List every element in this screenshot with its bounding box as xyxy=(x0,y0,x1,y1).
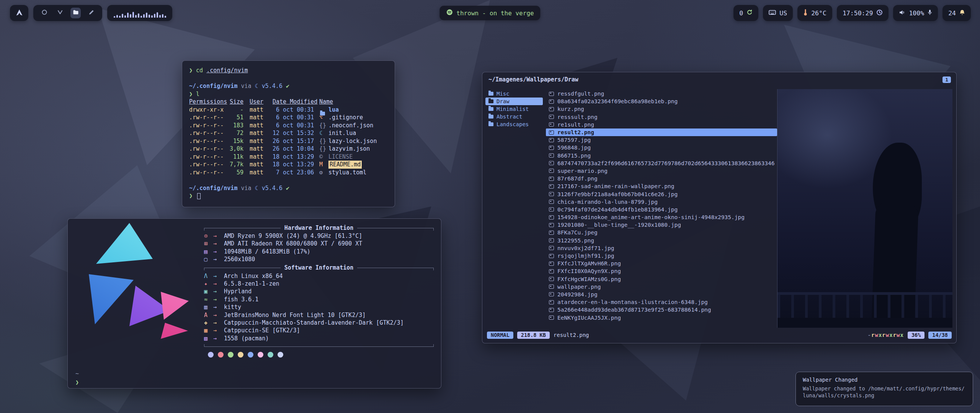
file-list-item[interactable]: 217167-sad-anime-rain-wallpaper.png xyxy=(546,182,777,190)
file-type-icon: {} xyxy=(319,122,328,130)
file-list-item[interactable]: FXfcJlTXgAMvH6R.png xyxy=(546,260,777,267)
yazi-file-manager-window[interactable]: ~/Imagenes/Wallpapers/Draw 1 Misc Draw M… xyxy=(482,72,957,343)
cwd-path: ~/.config/nvim xyxy=(189,83,237,89)
sidebar-folder-item[interactable]: Minimalist xyxy=(485,105,543,113)
file-list-item[interactable]: 19201080-__blue-tinge__-1920x1080.jpg xyxy=(546,221,777,229)
visualizer-bar xyxy=(149,15,150,18)
info-icon: ≈ xyxy=(204,296,213,303)
kitty-terminal-window[interactable]: ❯ cd .config/nvim ~/.config/nvim via ☾ v… xyxy=(182,60,395,207)
file-list-item[interactable]: chica-mirando-la-luna-8799.jpg xyxy=(546,198,777,206)
volume-module[interactable]: 100% xyxy=(893,5,938,21)
notification-popup[interactable]: Wallpaper Changed Wallpaper changed to /… xyxy=(795,372,973,406)
file-name: lazy-lock.json xyxy=(328,137,377,145)
file-list-item[interactable]: 08a634fa02a32364f69ebc86a98eb1eb.png xyxy=(546,98,777,105)
file-list-item[interactable]: ressdfgult.png xyxy=(546,90,777,98)
file-list-item[interactable]: rsjqojlmjhf91.jpg xyxy=(546,252,777,260)
folder-label: Abstract xyxy=(497,114,522,120)
file-name: 8FKa7Cu.jpeg xyxy=(557,229,598,236)
updates-module[interactable]: 0 xyxy=(733,5,758,21)
file-list-item[interactable]: wallpaper.png xyxy=(546,283,777,291)
file-list-item[interactable]: kurz.png xyxy=(546,105,777,113)
file-name: EeNKYgIUcAAJ5JX.png xyxy=(557,315,621,321)
fetch-info-row: A → JetBrainsMono Nerd Font Light 10 [GT… xyxy=(204,311,434,319)
file-name: re1sult.png xyxy=(557,122,594,128)
file-name: nnvuv0xj2df71.jpg xyxy=(557,245,614,251)
info-icon: ⊞ xyxy=(204,240,213,247)
sidebar-folder-item[interactable]: Landscapes xyxy=(485,120,543,128)
file-list-item[interactable]: 3126f7e9bbf21a8a4af0b67b041c6e26.jpg xyxy=(546,190,777,198)
file-list-item[interactable]: re1sult.png xyxy=(546,121,777,128)
weather-module[interactable]: 26°C xyxy=(797,5,832,21)
file-list-item[interactable]: atardecer-en-la-montanas-ilustracion-634… xyxy=(546,298,777,306)
ls-file-row: .rw-r--r-- 59 matt 7 oct 23:06 ⚙ stylua.… xyxy=(189,169,388,177)
file-list-item[interactable]: 3122955.png xyxy=(546,237,777,244)
arrow-icon: → xyxy=(213,327,224,334)
file-list-item[interactable]: nnvuv0xj2df71.jpg xyxy=(546,244,777,252)
file-list-item[interactable]: 154928-odinokoe_anime-art-anime-okno-sin… xyxy=(546,213,777,221)
visualizer-bar xyxy=(143,14,145,18)
ls-file-row: .rw-r--r-- 51 matt 6 oct 00:31 ⌥ .gitign… xyxy=(189,114,388,122)
notification-count: 24 xyxy=(948,10,956,17)
command-arg: .config/nvim xyxy=(206,67,248,74)
workspace-2[interactable] xyxy=(55,8,65,18)
preview-balcony-bars xyxy=(777,295,952,318)
file-list-item[interactable]: 866715.png xyxy=(546,152,777,159)
file-list-item[interactable]: FXfcHgcWIAMzs0G.png xyxy=(546,275,777,283)
refresh-icon xyxy=(746,9,753,17)
file-list-item[interactable]: result2.png xyxy=(546,128,777,136)
image-file-icon xyxy=(549,122,554,127)
file-list-item[interactable]: EeNKYgIUcAAJ5JX.png xyxy=(546,314,777,321)
file-list: ressdfgult.png 08a634fa02a32364f69ebc86a… xyxy=(543,89,777,328)
tab-badge: 1 xyxy=(942,76,951,83)
file-name: 596848.jpg xyxy=(557,145,591,151)
file-name: FXfcHgcWIAMzs0G.png xyxy=(557,276,621,282)
file-list-item[interactable]: FXfcII0X0AQyn9X.png xyxy=(546,267,777,275)
sidebar-folder-item[interactable]: Draw xyxy=(485,98,543,105)
file-name: FXfcJlTXgAMvH6R.png xyxy=(557,260,621,267)
file-list-item[interactable]: 87r687df.png xyxy=(546,175,777,182)
arrow-icon: → xyxy=(213,280,224,288)
sidebar-folder-item[interactable]: Misc xyxy=(485,90,543,98)
keyboard-icon xyxy=(769,10,776,17)
image-file-icon xyxy=(549,262,554,266)
permission-char: r xyxy=(882,332,885,338)
mode-badge: NORMAL xyxy=(487,332,513,339)
file-name: 08a634fa02a32364f69ebc86a98eb1eb.png xyxy=(557,98,678,104)
image-file-icon xyxy=(549,99,554,104)
top-bar-left xyxy=(10,5,172,21)
file-list-item[interactable]: 0c794faf07de24a4db4d4fb1eb813964.jpg xyxy=(546,206,777,213)
clock-module[interactable]: 17:50:29 xyxy=(837,5,889,21)
workspace-3[interactable] xyxy=(70,8,81,18)
file-name: .gitignore xyxy=(328,114,363,122)
file-name: result2.png xyxy=(557,129,594,135)
permission-char: w xyxy=(886,332,889,338)
file-list-item[interactable]: 68747470733a2f2f696d616765732d7769786d70… xyxy=(546,159,777,167)
notifications-module[interactable]: 24 xyxy=(942,5,971,21)
app-launcher-button[interactable] xyxy=(10,5,28,21)
file-list-item[interactable]: resssult.png xyxy=(546,113,777,121)
visualizer-bar xyxy=(130,14,131,18)
fetch-info-row: ⊞ → AMD ATI Radeon RX 6800/6800 XT / 690… xyxy=(204,240,434,247)
selected-file-name: result2.png xyxy=(554,332,589,338)
file-list-item[interactable]: 596848.jpg xyxy=(546,144,777,151)
file-list-item[interactable]: 8FKa7Cu.jpeg xyxy=(546,229,777,236)
file-list-item[interactable]: 5a266e448add93deab367d87173e9f25-6837886… xyxy=(546,306,777,314)
fastfetch-terminal-window[interactable]: Hardware Information ⊙ → AMD Ryzen 9 590… xyxy=(67,218,441,389)
file-name: 20492984.jpg xyxy=(557,291,598,298)
file-list-item[interactable]: super-mario.png xyxy=(546,167,777,175)
file-name: lazyvim.json xyxy=(328,145,370,153)
file-list-item[interactable]: 20492984.jpg xyxy=(546,291,777,298)
workspace-1[interactable] xyxy=(39,8,49,18)
workspace-4[interactable] xyxy=(86,8,96,18)
file-name: super-mario.png xyxy=(557,168,608,174)
sidebar-folder-item[interactable]: Abstract xyxy=(485,113,543,120)
file-list-item[interactable]: 587597.jpg xyxy=(546,136,777,144)
clock-icon xyxy=(876,9,883,17)
terminal-input-line[interactable]: ❯ xyxy=(189,192,388,200)
cwd-path: ~/.config/nvim xyxy=(189,185,237,192)
folder-icon xyxy=(73,9,79,17)
arrow-icon: → xyxy=(213,335,224,342)
keyboard-layout-module[interactable]: US xyxy=(763,5,793,21)
file-name: README.md xyxy=(328,161,362,169)
music-player-module[interactable]: thrown - on the verge xyxy=(439,6,540,20)
